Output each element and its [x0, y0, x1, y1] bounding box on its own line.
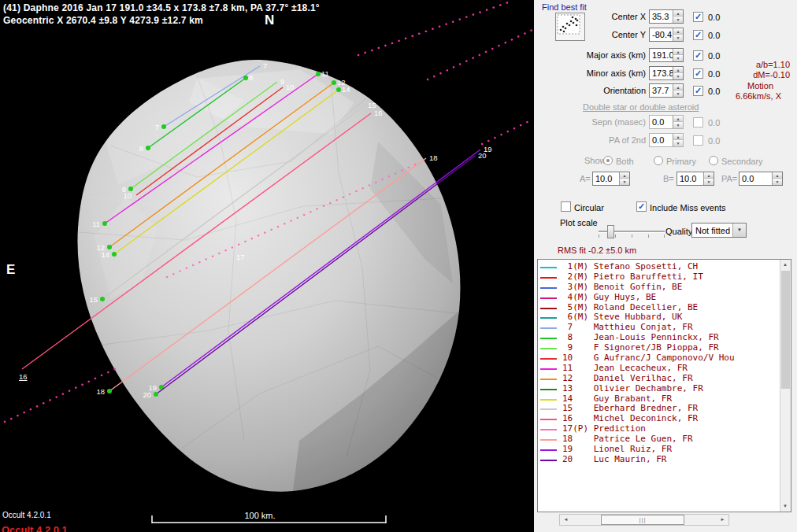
- scroll-right-icon[interactable]: ►: [717, 515, 728, 525]
- center-x-input[interactable]: 35.3▲▼: [649, 9, 684, 24]
- b-input[interactable]: 10.0 ▲ ▼: [677, 172, 714, 186]
- center-y-input-spin-down-icon[interactable]: ▼: [673, 35, 683, 41]
- center-y-input-spin-up-icon[interactable]: ▲: [673, 28, 683, 35]
- chord-label: 16: [19, 372, 28, 381]
- pa-input[interactable]: 0.0 ▲ ▼: [739, 172, 783, 186]
- pa-of-2nd-label: PA of 2nd: [556, 135, 646, 145]
- orientation-input[interactable]: 37.7▲▼: [649, 83, 684, 98]
- minor-axis-km-input-spin-down-icon[interactable]: ▼: [673, 73, 683, 79]
- scroll-up-icon[interactable]: ▲: [780, 260, 790, 270]
- major-axis-km-input-spin-up-icon[interactable]: ▲: [673, 49, 683, 55]
- panel-title: Find best fit: [542, 2, 587, 12]
- observer-row-11[interactable]: 11 Jean Lecacheux, FR: [538, 364, 780, 374]
- dropdown-arrow-icon[interactable]: ▼: [732, 224, 746, 237]
- event-dot: [102, 221, 107, 226]
- occultation-plot: 17 7788991010111112121414151516161818191…: [0, 0, 534, 532]
- circular-checkbox[interactable]: [561, 201, 571, 212]
- chord-label: 9: [280, 77, 284, 86]
- center-x-error: 0.0: [708, 13, 720, 22]
- pa-spin-up-icon[interactable]: ▲: [772, 172, 782, 179]
- orientation-input-spin-up-icon[interactable]: ▲: [673, 84, 683, 91]
- observer-color-swatch: [540, 460, 557, 461]
- observer-row-10[interactable]: 10 G Aufranc/J Camponovo/V Hou: [538, 353, 780, 364]
- center-x-fit-checkbox[interactable]: ✓: [693, 12, 703, 22]
- b-spin-down-icon[interactable]: ▼: [703, 179, 714, 185]
- chord-label: 10: [123, 191, 132, 200]
- observer-row-12[interactable]: 12 Daniel Verilhac, FR: [538, 374, 780, 384]
- observer-label: 4(M) Guy Huys, BE: [562, 293, 656, 303]
- observer-color-swatch: [540, 267, 557, 268]
- observer-list-vscrollbar[interactable]: ▲ ▼: [780, 260, 791, 512]
- minor-axis-km-input[interactable]: 173.8▲▼: [649, 66, 684, 80]
- vscroll-thumb[interactable]: [781, 271, 790, 389]
- scroll-down-icon[interactable]: ▼: [780, 501, 790, 512]
- pa-label: PA=: [721, 174, 737, 183]
- observer-row-13[interactable]: 13 Olivier Dechambre, FR: [538, 384, 780, 394]
- observer-label: 10 G Aufranc/J Camponovo/V Hou: [562, 353, 735, 364]
- pa-spin-down-icon[interactable]: ▼: [772, 179, 782, 185]
- plot-scale-slider-thumb[interactable]: [607, 225, 614, 238]
- circular-label: Circular: [574, 203, 604, 212]
- center-y-input[interactable]: -80.4▲▼: [649, 28, 684, 42]
- observer-row-19[interactable]: 19 Lionel Ruiz, FR: [538, 445, 780, 455]
- b-spin-up-icon[interactable]: ▲: [703, 172, 714, 179]
- minor-axis-km-fit-checkbox[interactable]: ✓: [693, 68, 703, 79]
- plot-title: (41) Daphne 2016 Jan 17 191.0 ±34.5 x 17…: [3, 2, 320, 13]
- orientation-error: 0.0: [708, 87, 720, 96]
- sepn-masec-input[interactable]: 0.0▲▼: [649, 115, 684, 129]
- sepn-masec-input-spin-down-icon[interactable]: ▼: [673, 122, 683, 128]
- observer-row-2[interactable]: 2(M) Pietro Baruffetti, IT: [538, 272, 780, 283]
- a-input[interactable]: 10.0 ▲ ▼: [592, 172, 630, 186]
- quality-value: Not fitted: [695, 226, 730, 235]
- chord-label: 14: [342, 85, 350, 94]
- pa-of-2nd-input-spin-down-icon[interactable]: ▼: [673, 140, 683, 146]
- observer-label: 19 Lionel Ruiz, FR: [562, 445, 672, 455]
- sepn-masec-fit-checkbox[interactable]: [693, 117, 703, 127]
- observer-row-3[interactable]: 3(M) Benoit Goffin, BE: [538, 283, 780, 293]
- a-spin-up-icon[interactable]: ▲: [619, 172, 629, 179]
- pa-of-2nd-fit-checkbox[interactable]: [693, 135, 703, 146]
- observer-row-4[interactable]: 4(M) Guy Huys, BE: [538, 293, 780, 303]
- prediction-label: 17: [236, 253, 245, 261]
- major-axis-km-fit-checkbox[interactable]: ✓: [693, 50, 703, 61]
- quality-label: Quality: [665, 227, 692, 236]
- radio-primary[interactable]: [654, 156, 663, 165]
- double-star-header[interactable]: Double star or double asteroid: [583, 102, 699, 112]
- chord-label: 7: [263, 61, 267, 70]
- hscroll-thumb[interactable]: |||: [601, 515, 684, 525]
- plot-subtitle: Geocentric X 2670.4 ±9.8 Y 4273.9 ±12.7 …: [3, 15, 203, 26]
- center-x-input-spin-down-icon[interactable]: ▼: [673, 17, 683, 23]
- radio-secondary[interactable]: [709, 156, 718, 165]
- major-axis-km-input[interactable]: 191.0▲▼: [649, 48, 684, 62]
- orientation-input-spin-down-icon[interactable]: ▼: [673, 91, 683, 97]
- orientation-fit-checkbox[interactable]: ✓: [693, 86, 703, 96]
- slider-tick: [632, 235, 632, 238]
- pa-of-2nd-input-spin-up-icon[interactable]: ▲: [673, 134, 683, 140]
- a-spin-down-icon[interactable]: ▼: [619, 179, 629, 185]
- b-label: B=: [663, 174, 674, 183]
- motion-label: Motion: [731, 81, 790, 91]
- sepn-masec-input-value: 0.0: [652, 117, 664, 127]
- chord-label: 20: [478, 151, 487, 160]
- event-dot: [336, 87, 341, 92]
- pa-of-2nd-input[interactable]: 0.0▲▼: [649, 133, 684, 147]
- quality-dropdown[interactable]: Not fitted ▼: [691, 223, 747, 238]
- include-miss-checkbox[interactable]: ✓: [636, 201, 647, 212]
- miss-event-track: [358, 2, 510, 55]
- scroll-left-icon[interactable]: ◄: [560, 515, 572, 525]
- chord-label: 8: [249, 73, 253, 82]
- sepn-masec-input-spin-up-icon[interactable]: ▲: [673, 116, 683, 122]
- chord-label: 14: [101, 250, 109, 259]
- observer-label: 13 Olivier Dechambre, FR: [562, 384, 703, 394]
- center-y-fit-checkbox[interactable]: ✓: [693, 30, 703, 40]
- observer-list-hscrollbar[interactable]: ◄ ||| ►: [559, 514, 729, 526]
- plot-canvas[interactable]: 17 7788991010111112121414151516161818191…: [0, 0, 534, 532]
- observer-row-1[interactable]: 1(M) Stefano Sposetti, CH: [538, 262, 780, 272]
- observer-row-20[interactable]: 20 Luc Maurin, FR: [538, 455, 780, 465]
- radio-both[interactable]: [603, 156, 613, 165]
- center-x-input-spin-up-icon[interactable]: ▲: [673, 10, 683, 17]
- minor-axis-km-input-spin-up-icon[interactable]: ▲: [673, 67, 683, 73]
- major-axis-km-input-spin-down-icon[interactable]: ▼: [673, 55, 683, 61]
- observer-color-swatch: [540, 358, 557, 360]
- observer-color-swatch: [540, 338, 557, 339]
